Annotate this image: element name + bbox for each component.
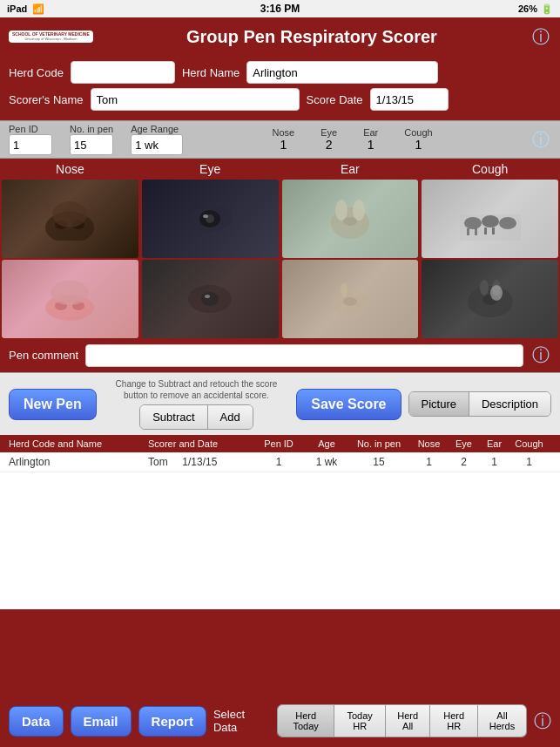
herd-name-input[interactable]: [246, 61, 438, 84]
scorers-name-input[interactable]: [91, 88, 300, 111]
filter-today-hr[interactable]: Today HR: [334, 705, 386, 737]
wifi-icon: 📶: [32, 3, 44, 15]
svg-rect-30: [484, 227, 487, 234]
ear-image-1[interactable]: [282, 180, 419, 258]
td-no-in-pen: 15: [348, 456, 409, 468]
battery-icon: 🔋: [541, 3, 553, 15]
scorer-row: Scorer's Name Score Date: [9, 88, 551, 111]
cough-score-label: Cough: [404, 127, 432, 138]
nose-score-label: Nose: [272, 127, 294, 138]
th-nose: Nose: [409, 438, 449, 449]
image-section: Nose Eye: [0, 159, 560, 338]
th-age: Age: [305, 438, 348, 449]
eye-image-grid: [140, 180, 280, 338]
svg-point-34: [480, 280, 489, 295]
score-cols: Nose 1 Eye 2 Ear 1 Cough 1: [272, 127, 432, 152]
status-time: 3:16 PM: [260, 3, 300, 15]
td-cough: 1: [509, 456, 549, 468]
th-ear: Ear: [479, 438, 509, 449]
eye-image-2[interactable]: [142, 260, 279, 338]
ear-image-2[interactable]: [282, 260, 419, 338]
no-in-pen-label: No. in pen: [70, 124, 113, 134]
svg-point-3: [52, 201, 87, 227]
new-pen-button[interactable]: New Pen: [9, 389, 97, 420]
td-scorer: Tom 1/13/15: [148, 456, 253, 468]
ear-score-col: Ear 1: [363, 127, 378, 152]
svg-rect-28: [467, 228, 469, 235]
controls-bar: New Pen Change to Subtract and retouch t…: [0, 372, 560, 435]
score-date-input[interactable]: [370, 88, 449, 111]
university-logo: SCHOOL OF VETERINARY MEDICINE University…: [9, 31, 93, 44]
eye-category-title: Eye: [199, 159, 220, 180]
pen-info-row: Pen ID No. in pen Age Range Nose 1 Eye 2…: [0, 120, 560, 159]
svg-point-25: [464, 217, 482, 229]
bottom-bar: Data Email Report Select Data Herd Today…: [0, 695, 560, 747]
app-header: SCHOOL OF VETERINARY MEDICINE University…: [0, 17, 560, 56]
cough-category: Cough: [420, 159, 560, 338]
nose-score-value: 1: [280, 138, 287, 152]
pen-comment-row: Pen comment ⓘ: [0, 338, 560, 372]
header-info-icon[interactable]: ⓘ: [530, 25, 551, 49]
ear-image-grid: [280, 180, 421, 338]
th-eye: Eye: [449, 438, 479, 449]
subtract-add-group: Subtract Add: [139, 404, 253, 430]
eye-score-col: Eye 2: [320, 127, 337, 152]
herd-row: Herd Code Herd Name: [9, 61, 551, 84]
cough-image-1[interactable]: [422, 180, 558, 258]
score-date-label: Score Date: [307, 93, 363, 106]
filter-herd-all[interactable]: Herd All: [386, 705, 430, 737]
svg-point-17: [335, 200, 347, 221]
table-header: Herd Code and Name Scorer and Date Pen I…: [0, 435, 560, 452]
no-in-pen-input[interactable]: [70, 134, 113, 155]
ear-score-value: 1: [368, 138, 374, 152]
th-pen-id: Pen ID: [253, 438, 305, 449]
svg-point-26: [482, 215, 499, 227]
nose-image-2[interactable]: [2, 260, 138, 338]
th-herd-code-and-name: Herd Code and Name: [9, 438, 148, 449]
data-filter-group: Herd Today Today HR Herd All Herd HR All…: [277, 704, 527, 737]
battery-level: 26%: [518, 3, 537, 14]
logo-bottom-text: University of Wisconsin - Madison: [24, 37, 77, 41]
filter-herd-today[interactable]: Herd Today: [278, 705, 334, 737]
th-no-in-pen: No. in pen: [348, 438, 409, 449]
pen-info-icon[interactable]: ⓘ: [530, 128, 551, 152]
status-right: 26% 🔋: [518, 3, 553, 15]
nose-image-grid: [0, 180, 140, 338]
email-button[interactable]: Email: [71, 706, 132, 737]
save-score-button[interactable]: Save Score: [296, 389, 401, 420]
td-nose: 1: [409, 456, 449, 468]
herd-code-label: Herd Code: [9, 66, 64, 79]
subtract-button[interactable]: Subtract: [140, 405, 207, 429]
pen-id-input[interactable]: [9, 134, 52, 155]
age-range-input[interactable]: [131, 134, 183, 155]
bottom-info-icon[interactable]: ⓘ: [534, 710, 551, 733]
picture-description-group: Picture Description: [408, 391, 552, 417]
nose-score-col: Nose 1: [272, 127, 294, 152]
scorers-name-label: Scorer's Name: [9, 93, 84, 106]
main-content: Herd Code Herd Name Scorer's Name Score …: [0, 56, 560, 120]
svg-rect-31: [492, 227, 495, 234]
report-button[interactable]: Report: [138, 706, 206, 737]
add-button[interactable]: Add: [208, 405, 253, 429]
pen-comment-info-icon[interactable]: ⓘ: [530, 343, 551, 367]
data-button[interactable]: Data: [9, 706, 64, 737]
filter-herd-hr[interactable]: Herd HR: [430, 705, 478, 737]
status-left: iPad 📶: [7, 3, 44, 15]
picture-button[interactable]: Picture: [409, 392, 469, 416]
eye-score-value: 2: [326, 138, 333, 152]
herd-code-input[interactable]: [71, 61, 175, 84]
age-range-col: Age Range: [131, 124, 183, 155]
cough-image-2[interactable]: [422, 260, 558, 338]
pen-comment-input[interactable]: [85, 344, 523, 367]
td-age: 1 wk: [305, 456, 348, 468]
td-herd-name: Arlington: [9, 456, 148, 468]
eye-category: Eye: [140, 159, 280, 338]
ear-category-title: Ear: [341, 159, 360, 180]
svg-point-27: [499, 217, 516, 229]
eye-image-1[interactable]: [142, 180, 279, 258]
hint-text: Change to Subtract and retouch the score…: [116, 378, 278, 401]
description-button[interactable]: Description: [469, 392, 550, 416]
nose-image-1[interactable]: [2, 180, 138, 258]
svg-point-22: [343, 297, 357, 306]
filter-all-herds[interactable]: All Herds: [478, 705, 526, 737]
